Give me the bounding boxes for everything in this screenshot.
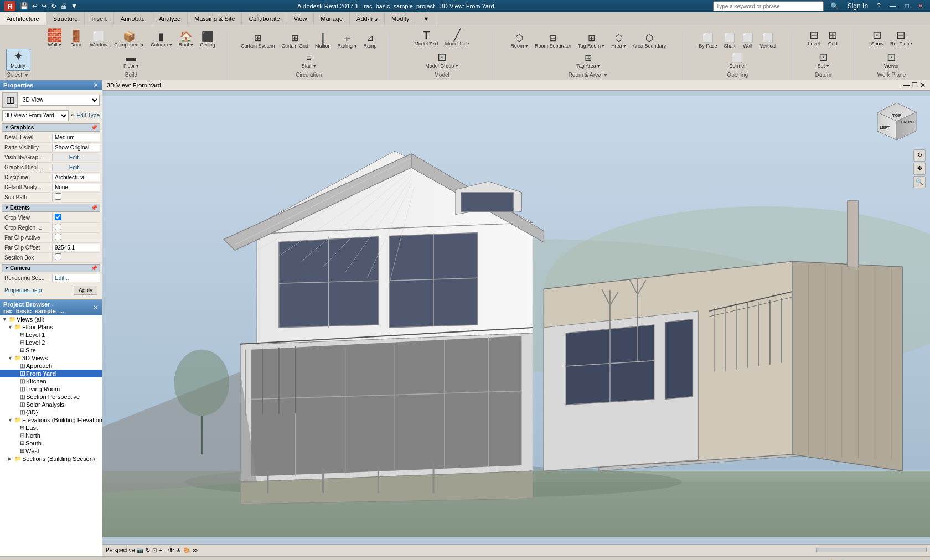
tab-view[interactable]: View [287, 12, 314, 25]
orbit-button[interactable]: ↻ [913, 149, 926, 162]
tab-analyze[interactable]: Analyze [152, 12, 188, 25]
wall-opening-button[interactable]: ⬜ Wall [740, 32, 756, 51]
view-cube[interactable]: TOP LEFT FRONT [875, 100, 919, 144]
viewer-button[interactable]: ⊡ Viewer [881, 50, 902, 71]
apply-button[interactable]: Apply [74, 286, 97, 295]
help-button[interactable]: ? [875, 2, 883, 10]
rendering-set-dropdown[interactable]: Edit... [52, 274, 100, 282]
grid-button[interactable]: ⊞ Grid [824, 28, 841, 49]
far-clip-offset-value[interactable]: 92545.1 [52, 244, 100, 251]
search-input[interactable] [713, 1, 824, 11]
type-dropdown[interactable]: 3D View [20, 95, 100, 106]
project-browser-tree[interactable]: ▼ 📁 Views (all) ▼ 📁 Floor Plans ⊟ Level … [0, 315, 102, 556]
tree-solar-analysis[interactable]: ◫ Solar Analysis [0, 401, 102, 408]
sync-button[interactable]: ↻ [50, 2, 58, 10]
tree-from-yard[interactable]: ◫ From Yard [0, 370, 102, 377]
viewport-minimize-button[interactable]: — [903, 81, 910, 89]
redo-button[interactable]: ↪ [40, 2, 48, 10]
vertical-button[interactable]: ⬜ Vertical [757, 32, 779, 51]
graphics-section-header[interactable]: ▼ Graphics 📌 [2, 123, 100, 132]
ceiling-button[interactable]: ⬛ Ceiling [197, 30, 218, 50]
area-boundary-button[interactable]: ⬡ Area Boundary [630, 32, 669, 51]
tree-site[interactable]: ⊟ Site [0, 346, 102, 354]
crop-view-checkbox[interactable] [55, 214, 61, 220]
detail-level-value[interactable]: Medium [52, 134, 100, 141]
camera-section-header[interactable]: ▼ Camera 📌 [2, 264, 100, 272]
modify-button[interactable]: ✦ Modify [6, 49, 30, 71]
close-window-button[interactable]: ✕ [916, 2, 926, 10]
model-text-button[interactable]: T Model Text [411, 28, 441, 49]
viewport-close-button[interactable]: ✕ [920, 81, 926, 89]
tree-north[interactable]: ⊟ North [0, 432, 102, 439]
pan-button[interactable]: ✥ [913, 163, 926, 175]
select-arrow-icon[interactable]: ▼ [24, 72, 29, 78]
section-box-checkbox[interactable] [55, 253, 61, 260]
parts-visibility-value[interactable]: Show Original [52, 144, 100, 151]
tab-annotate[interactable]: Annotate [114, 12, 152, 25]
visibility-edit-button[interactable]: Edit... [52, 154, 100, 161]
tree-views-all[interactable]: ▼ 📁 Views (all) [0, 315, 102, 323]
door-button[interactable]: 🚪 Door [66, 29, 86, 50]
vp-zoom-out-button[interactable]: - [164, 547, 166, 553]
project-browser-close-button[interactable]: ✕ [93, 304, 99, 312]
set-button[interactable]: ⊡ Set ▾ [814, 50, 832, 71]
tree-3d[interactable]: ◫ {3D} [0, 408, 102, 416]
zoom-button[interactable]: 🔍 [913, 176, 926, 188]
tree-sections[interactable]: ▶ 📁 Sections (Building Section) [0, 455, 102, 463]
show-button[interactable]: ⊡ Show [868, 28, 886, 49]
viewport[interactable]: 3D View: From Yard — ❐ ✕ [102, 80, 930, 556]
tree-approach[interactable]: ◫ Approach [0, 362, 102, 370]
model-group-button[interactable]: ⊡ Model Group ▾ [422, 50, 461, 71]
print-button[interactable]: 🖨 [59, 2, 68, 10]
railing-button[interactable]: ⟛ Railing ▾ [335, 32, 360, 51]
wall-button[interactable]: 🧱 Wall ▾ [44, 28, 65, 50]
qa-expand-button[interactable]: ▼ [70, 2, 79, 10]
app-menu-button[interactable]: R [4, 1, 16, 11]
properties-help-link[interactable]: Properties help [4, 287, 42, 293]
column-button[interactable]: ▮ Column ▾ [148, 30, 175, 50]
roof-button[interactable]: 🏠 Roof ▾ [176, 30, 197, 50]
shaft-button[interactable]: ⬜ Shaft [721, 32, 738, 51]
tree-3d-views[interactable]: ▼ 📁 3D Views [0, 354, 102, 362]
floor-button[interactable]: ▬ Floor ▾ [121, 51, 142, 71]
tree-level1[interactable]: ⊟ Level 1 [0, 331, 102, 339]
tree-south[interactable]: ⊟ South [0, 439, 102, 447]
model-line-button[interactable]: ╱ Model Line [442, 28, 472, 49]
ramp-button[interactable]: ⊿ Ramp [361, 32, 380, 51]
extents-section-header[interactable]: ▼ Extents 📌 [2, 204, 100, 212]
viewport-scrollbar[interactable] [816, 548, 927, 552]
discipline-value[interactable]: Architectural [52, 174, 100, 181]
tab-modify[interactable]: Modify [385, 12, 416, 25]
graphic-disp-edit-button[interactable]: Edit... [52, 164, 100, 171]
vp-sun-button[interactable]: ☀ [176, 547, 181, 553]
maximize-button[interactable]: □ [903, 2, 911, 10]
mullion-button[interactable]: ║ Mullion [312, 32, 334, 51]
view-name-dropdown[interactable]: 3D View: From Yard [2, 110, 69, 121]
properties-close-button[interactable]: ✕ [93, 81, 99, 89]
tag-area-button[interactable]: ⊞ Tag Area ▾ [574, 52, 603, 71]
by-face-button[interactable]: ⬜ By Face [696, 32, 720, 51]
vp-camera-button[interactable]: 📷 [137, 547, 143, 553]
tree-east[interactable]: ⊟ East [0, 424, 102, 432]
tab-addins[interactable]: Add-Ins [350, 12, 385, 25]
tab-collaborate[interactable]: Collaborate [242, 12, 287, 25]
tree-living-room[interactable]: ◫ Living Room [0, 385, 102, 393]
tab-manage[interactable]: Manage [314, 12, 350, 25]
vp-orbit-button[interactable]: ↻ [146, 547, 150, 553]
tab-insert[interactable]: Insert [85, 12, 114, 25]
tab-more[interactable]: ▼ [416, 12, 436, 25]
crop-region-checkbox[interactable] [55, 224, 61, 230]
viewport-restore-button[interactable]: ❐ [912, 81, 918, 89]
vp-render-button[interactable]: 🎨 [183, 547, 190, 553]
save-button[interactable]: 💾 [19, 2, 29, 10]
tree-section-perspective[interactable]: ◫ Section Perspective [0, 393, 102, 401]
dormer-button[interactable]: ⬜ Dormer [726, 52, 748, 71]
tree-level2[interactable]: ⊟ Level 2 [0, 339, 102, 346]
tab-architecture[interactable]: Architecture [0, 12, 46, 25]
tree-elevations[interactable]: ▼ 📁 Elevations (Building Elevation [0, 416, 102, 424]
stair-button[interactable]: ≡ Stair ▾ [299, 52, 319, 71]
vp-view-button[interactable]: 👁 [168, 547, 174, 553]
sun-path-checkbox[interactable] [55, 193, 61, 200]
window-button[interactable]: ⬜ Window [87, 30, 110, 50]
tree-kitchen[interactable]: ◫ Kitchen [0, 377, 102, 385]
